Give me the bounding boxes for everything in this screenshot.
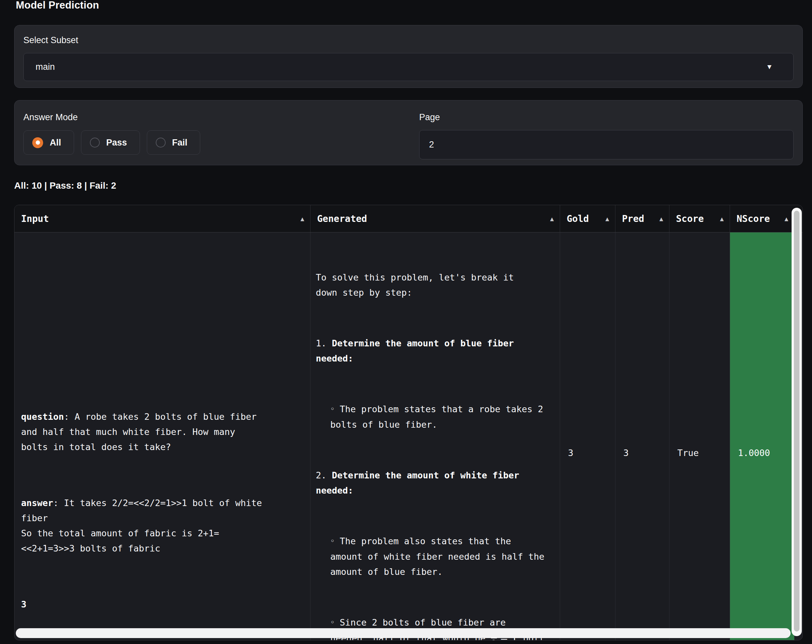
- column-header-pred[interactable]: Pred ▲: [615, 205, 669, 232]
- answer-key: answer: [21, 498, 53, 508]
- table-row: question: A robe takes 2 bolts of blue f…: [14, 232, 803, 640]
- results-table: Input ▲ Generated ▲ Gold ▲ Pred ▲ Score …: [14, 205, 803, 640]
- answer-mode-section: Answer Mode All Pass Fail: [23, 112, 419, 165]
- cell-gold[interactable]: 3: [560, 232, 615, 640]
- bullet-icon: ◦: [330, 533, 335, 548]
- sort-asc-icon[interactable]: ▲: [785, 215, 788, 222]
- sort-asc-icon[interactable]: ▲: [606, 215, 609, 222]
- app-page: Model Prediction Select Subset main ▼ An…: [0, 0, 812, 644]
- bullet-icon: ◦: [330, 401, 335, 417]
- cell-nscore[interactable]: 1.0000: [730, 232, 794, 640]
- column-header-generated[interactable]: Generated ▲: [310, 205, 560, 232]
- cell-generated[interactable]: To solve this problem, let's break it do…: [310, 232, 560, 640]
- sort-asc-icon[interactable]: ▲: [659, 215, 663, 222]
- subset-panel: Select Subset main ▼: [14, 25, 803, 88]
- generated-bullet: ◦The problem states that a robe takes 2 …: [330, 402, 555, 432]
- radio-option-fail[interactable]: Fail: [147, 130, 200, 155]
- radio-option-pass[interactable]: Pass: [81, 130, 140, 155]
- subset-select[interactable]: main ▼: [23, 53, 794, 81]
- page-input[interactable]: 2: [419, 130, 794, 159]
- cell-pred[interactable]: 3: [615, 232, 669, 640]
- vertical-scrollbar-thumb[interactable]: [794, 211, 800, 632]
- horizontal-scrollbar[interactable]: [16, 628, 791, 638]
- cell-score[interactable]: True: [669, 232, 730, 640]
- column-header-score[interactable]: Score ▲: [669, 205, 730, 232]
- column-header-gold[interactable]: Gold ▲: [560, 205, 615, 232]
- radio-unselected-icon[interactable]: [156, 137, 166, 148]
- radio-label-pass: Pass: [106, 137, 127, 148]
- column-header-input[interactable]: Input ▲: [14, 205, 310, 232]
- sort-asc-icon[interactable]: ▲: [720, 215, 724, 222]
- filters-panel: Answer Mode All Pass Fail Page 2: [14, 100, 803, 165]
- subset-selected-value: main: [35, 62, 55, 72]
- radio-unselected-icon[interactable]: [90, 137, 100, 148]
- answer-mode-radio-group: All Pass Fail: [23, 130, 419, 155]
- question-key: question: [21, 412, 64, 422]
- subset-label: Select Subset: [23, 35, 794, 45]
- table-header-row: Input ▲ Generated ▲ Gold ▲ Pred ▲ Score …: [14, 205, 803, 232]
- generated-bullet: ◦The problem also states that the amount…: [330, 534, 555, 580]
- radio-label-all: All: [50, 137, 61, 148]
- cell-input[interactable]: question: A robe takes 2 bolts of blue f…: [14, 232, 310, 640]
- radio-option-all[interactable]: All: [23, 130, 74, 155]
- sort-asc-icon[interactable]: ▲: [550, 215, 554, 222]
- final-answer: 3: [21, 599, 26, 609]
- bullet-icon: ◦: [330, 615, 335, 630]
- sort-asc-icon[interactable]: ▲: [301, 215, 304, 222]
- column-header-nscore[interactable]: NScore ▲: [730, 205, 794, 232]
- radio-selected-icon[interactable]: [32, 137, 43, 148]
- generated-intro: To solve this problem, let's break it do…: [316, 270, 555, 300]
- page-section: Page 2: [419, 112, 794, 165]
- generated-step2-heading: 2. Determine the amount of white fiber n…: [316, 468, 555, 498]
- generated-step1-heading: 1. Determine the amount of blue fiber ne…: [316, 336, 555, 366]
- answer-mode-label: Answer Mode: [23, 112, 419, 122]
- radio-label-fail: Fail: [172, 137, 188, 148]
- page-label: Page: [419, 112, 794, 122]
- stats-summary: All: 10 | Pass: 8 | Fail: 2: [14, 180, 116, 191]
- answer-text: : It takes 2/2=<<2/2=1>>1 bolt of white …: [21, 498, 262, 554]
- page-input-value: 2: [429, 140, 434, 150]
- vertical-scrollbar[interactable]: [792, 208, 802, 636]
- chevron-down-icon[interactable]: ▼: [766, 63, 773, 71]
- page-title: Model Prediction: [16, 0, 99, 12]
